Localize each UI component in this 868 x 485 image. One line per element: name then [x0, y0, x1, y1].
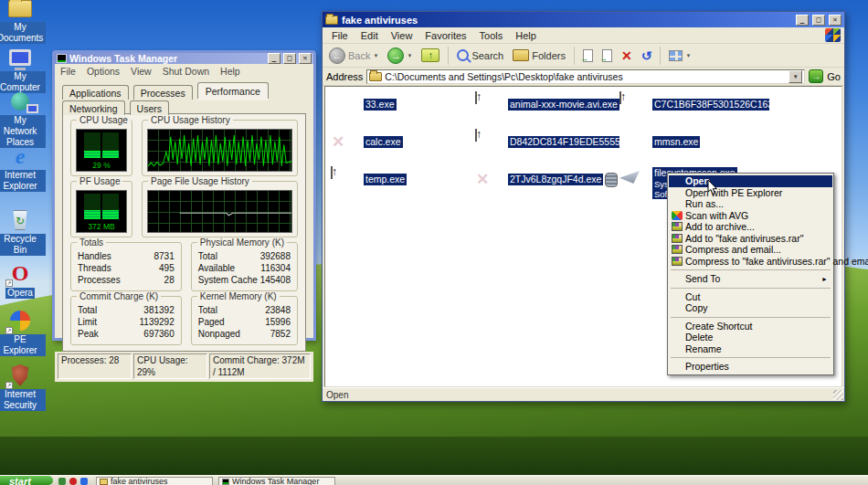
physical-memory-group: Physical Memory (K) Total392688 Availabl…: [191, 242, 298, 291]
tab-networking[interactable]: Networking: [62, 100, 125, 115]
context-menu-item-open[interactable]: Open: [669, 175, 832, 187]
menu-file[interactable]: File: [326, 29, 354, 42]
stat-value: 381392: [143, 304, 174, 316]
task-manager-titlebar[interactable]: Windows Task Manager _ □ ✕: [55, 53, 313, 64]
undo-button[interactable]: ↺: [639, 48, 655, 63]
context-menu-item-copy[interactable]: Copy: [669, 302, 832, 314]
taskbar-button-task-manager[interactable]: Windows Task Manager: [218, 477, 335, 485]
address-combobox[interactable]: C:\Documents and Settings\Pc\Desktop\fak…: [366, 69, 805, 84]
quick-launch-icon[interactable]: [58, 478, 66, 485]
folders-button[interactable]: Folders: [510, 48, 568, 62]
address-dropdown-button[interactable]: ▼: [789, 70, 802, 83]
context-menu-item-run-as[interactable]: Run as...: [669, 198, 832, 210]
stat-value: 392688: [260, 250, 291, 262]
desktop-icon-internet-explorer[interactable]: e Internet Explorer: [0, 142, 46, 192]
file-tile[interactable]: animal-xxx-movie.avi.exe: [475, 92, 619, 130]
minimize-button[interactable]: _: [796, 15, 809, 26]
taskbar-button-fake-antiviruses[interactable]: fake antiviruses: [96, 477, 213, 485]
context-menu-item-create-shortcut[interactable]: Create Shortcut: [669, 321, 832, 332]
resize-grip[interactable]: [833, 390, 843, 400]
explorer-title: fake antiviruses: [342, 15, 418, 26]
move-to-button[interactable]: [580, 48, 596, 63]
views-button[interactable]: ▼: [666, 49, 693, 62]
quick-launch-ie-icon[interactable]: [80, 478, 88, 485]
tab-applications[interactable]: Applications: [62, 85, 129, 100]
quick-launch-opera-icon[interactable]: [69, 478, 77, 485]
winrar-icon: [672, 222, 683, 231]
menu-view[interactable]: View: [131, 66, 152, 77]
close-button[interactable]: ✕: [299, 53, 312, 64]
file-tile[interactable]: calc.exe: [331, 130, 475, 167]
context-menu-item-scan-with-avg[interactable]: Scan with AVG: [669, 210, 832, 222]
menu-help[interactable]: Help: [220, 66, 240, 77]
back-dropdown-icon[interactable]: ▼: [373, 53, 378, 58]
winrar-icon: [672, 257, 683, 266]
explorer-titlebar[interactable]: fake antiviruses _ □ ✕: [323, 12, 844, 27]
forward-button[interactable]: → ▼: [385, 47, 415, 65]
menu-view[interactable]: View: [386, 29, 418, 42]
file-tile[interactable]: 2TJv6L8zgqJF4d.exe: [475, 167, 619, 205]
context-menu-item-compress-and-email[interactable]: Compress and email...: [669, 244, 832, 256]
file-name: temp.exe: [364, 174, 407, 185]
toolbar-separator: [574, 47, 575, 65]
copy-to-button[interactable]: [599, 48, 615, 63]
desktop-icon-pe-explorer[interactable]: ↗ PE Explorer: [0, 307, 46, 356]
start-button[interactable]: start: [0, 476, 53, 485]
desktop-icon-my-computer[interactable]: My Computer: [0, 44, 46, 93]
menu-favorites[interactable]: Favorites: [419, 29, 471, 42]
menu-help[interactable]: Help: [510, 29, 542, 42]
file-tile[interactable]: C7C1B6F38F5301526C1636D...: [619, 92, 830, 130]
context-menu-item-open-with-pe-explorer[interactable]: Open with PE Explorer: [669, 187, 832, 199]
context-menu-item-add-to-rar[interactable]: Add to "fake antiviruses.rar": [669, 233, 832, 245]
stat-label: Limit: [78, 316, 97, 328]
go-label[interactable]: Go: [827, 71, 841, 82]
file-tile[interactable]: D842DC814F19EDE5555B667...: [475, 130, 619, 167]
maximize-button[interactable]: □: [283, 53, 296, 64]
pf-usage-bar: 372 MB: [76, 190, 127, 233]
taskbar: start fake antiviruses Windows Task Mana…: [0, 475, 868, 485]
menu-file[interactable]: File: [60, 66, 76, 77]
recycle-bin-icon: ↻: [0, 206, 46, 234]
context-menu-item-cut[interactable]: Cut: [669, 291, 832, 303]
file-tile[interactable]: mmsn.exe: [619, 130, 830, 167]
close-button[interactable]: ✕: [829, 15, 842, 26]
back-icon: ←: [329, 47, 345, 64]
tab-processes[interactable]: Processes: [133, 85, 193, 100]
desktop-icon-recycle-bin[interactable]: ↻ Recycle Bin: [0, 206, 46, 256]
context-menu-item-send-to[interactable]: Send To►: [669, 273, 832, 285]
menu-edit[interactable]: Edit: [355, 29, 384, 42]
context-menu-item-compress-to-rar-and-email[interactable]: Compress to "fake antiviruses.rar" and e…: [669, 256, 832, 268]
file-tile[interactable]: 33.exe: [331, 92, 475, 130]
stat-value: 8731: [153, 250, 174, 262]
context-menu-item-properties[interactable]: Properties: [669, 361, 832, 373]
desktop-icon-my-network-places[interactable]: My Network Places: [0, 88, 46, 148]
desktop-icon-internet-security[interactable]: ↗ Internet Security: [0, 362, 46, 411]
back-button[interactable]: ← Back ▼: [326, 47, 381, 65]
search-label: Search: [471, 50, 503, 61]
menu-options[interactable]: Options: [87, 66, 120, 77]
desktop-icon-my-documents[interactable]: My Documents: [0, 0, 46, 44]
desktop-icon-opera[interactable]: O↗ Opera: [0, 259, 46, 299]
context-menu-item-delete[interactable]: Delete: [669, 332, 832, 343]
menu-tools[interactable]: Tools: [474, 29, 509, 42]
search-button[interactable]: Search: [454, 48, 506, 62]
forward-dropdown-icon[interactable]: ▼: [407, 53, 412, 58]
stat-label: Processes: [78, 274, 121, 286]
mouse-cursor: [707, 180, 718, 195]
restore-button[interactable]: □: [812, 15, 825, 26]
tab-users[interactable]: Users: [130, 100, 169, 115]
delete-button[interactable]: ✕: [619, 48, 635, 63]
tab-performance[interactable]: Performance: [197, 82, 269, 99]
minimize-button[interactable]: _: [268, 53, 281, 64]
internet-security-icon: ↗: [0, 362, 46, 389]
explorer-toolbar: ← Back ▼ → ▼ ↑ Search Folders ✕ ↺ ▼: [323, 44, 844, 68]
file-tile[interactable]: temp.exe: [331, 167, 475, 205]
desktop-icon-label: PE Explorer: [0, 334, 46, 356]
context-menu-item-add-to-archive[interactable]: Add to archive...: [669, 221, 832, 233]
cpu-history-group-title: CPU Usage History: [148, 115, 233, 125]
search-icon: [457, 49, 469, 61]
go-button[interactable]: →: [809, 69, 823, 83]
up-button[interactable]: ↑: [418, 47, 442, 63]
menu-shut-down[interactable]: Shut Down: [163, 66, 209, 77]
context-menu-item-rename[interactable]: Rename: [669, 343, 832, 355]
